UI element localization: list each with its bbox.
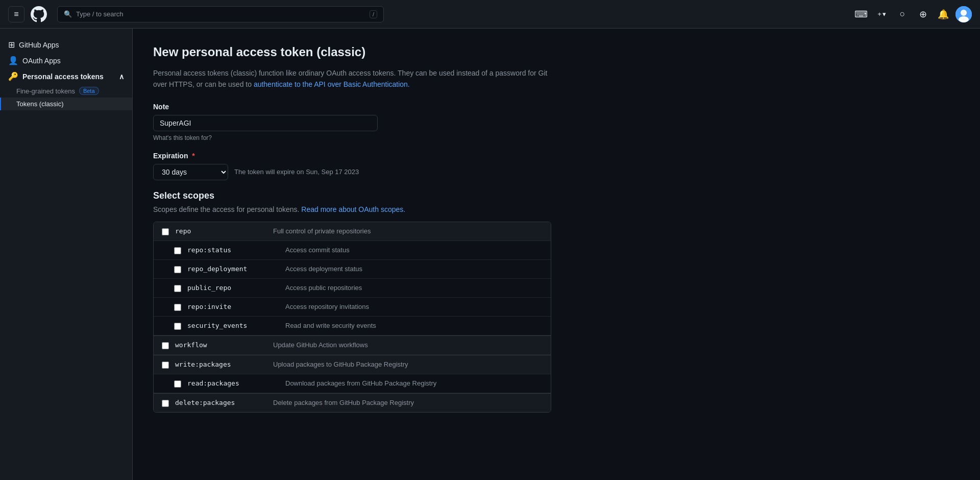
scope-name-public-repo: public_repo [187, 284, 279, 292]
note-group: Note What's this token for? [153, 103, 551, 141]
scope-row-write-packages: write:packages Upload packages to GitHub… [154, 355, 551, 374]
scope-checkbox-security-events[interactable] [174, 323, 181, 330]
apps-icon: ⊞ [8, 40, 15, 50]
notifications-button[interactable]: 🔔 [935, 6, 951, 22]
scope-row-repo-invite: repo:invite Access repository invitation… [154, 298, 551, 317]
scope-name-repo-status: repo:status [187, 246, 279, 254]
oauth-icon: 👤 [8, 56, 18, 65]
page-title: New personal access token (classic) [153, 45, 960, 59]
scope-checkbox-repo-invite[interactable] [174, 304, 181, 311]
sidebar-oauth-apps-label: OAuth Apps [22, 57, 61, 65]
scope-row-repo-status: repo:status Access commit status [154, 241, 551, 260]
scope-checkbox-repo-deployment[interactable] [174, 266, 181, 273]
create-button[interactable]: + ▾ [873, 8, 890, 20]
sidebar-item-github-apps[interactable]: ⊞ GitHub Apps [0, 37, 132, 53]
scope-checkbox-write-packages[interactable] [162, 362, 169, 369]
terminal-button[interactable]: ⌨ [853, 6, 869, 22]
sidebar-item-oauth-apps[interactable]: 👤 OAuth Apps [0, 53, 132, 68]
sidebar-github-apps-label: GitHub Apps [19, 41, 59, 49]
chevron-down-icon: ▾ [883, 10, 886, 18]
scope-checkbox-workflow[interactable] [162, 342, 169, 349]
scope-row-workflow: workflow Update GitHub Action workflows [154, 335, 551, 355]
main-content: New personal access token (classic) Pers… [133, 29, 980, 480]
github-logo [31, 6, 47, 22]
scopes-section: Select scopes Scopes define the access f… [153, 190, 960, 413]
scope-desc-security-events: Read and write security events [285, 322, 543, 329]
beta-badge: Beta [79, 87, 99, 95]
search-icon: 🔍 [64, 10, 72, 18]
note-input[interactable] [153, 115, 378, 131]
chevron-up-icon: ∧ [119, 73, 124, 81]
layout: ⊞ GitHub Apps 👤 OAuth Apps 🔑 Personal ac… [0, 29, 980, 480]
description-link[interactable]: authenticate to the API over Basic Authe… [254, 80, 410, 88]
note-hint: What's this token for? [153, 134, 551, 141]
scopes-title: Select scopes [153, 190, 960, 201]
scope-row-delete-packages: delete:packages Delete packages from Git… [154, 393, 551, 412]
svg-point-2 [959, 16, 969, 22]
scope-row-repo: repo Full control of private repositorie… [154, 222, 551, 241]
scope-desc-write-packages: Upload packages to GitHub Package Regist… [273, 361, 543, 368]
search-kbd: / [370, 10, 377, 18]
topnav-actions: ⌨ + ▾ ○ ⊕ 🔔 [853, 6, 972, 22]
sidebar-fine-grained-tokens[interactable]: Fine-grained tokens Beta [0, 84, 132, 98]
scope-row-repo-deployment: repo_deployment Access deployment status [154, 260, 551, 279]
issues-button[interactable]: ⊕ [915, 6, 931, 22]
scope-row-public-repo: public_repo Access public repositories [154, 279, 551, 298]
sidebar-personal-tokens-header[interactable]: 🔑 Personal access tokens ∧ [0, 68, 132, 84]
scopes-desc: Scopes define the access for personal to… [153, 205, 960, 213]
scope-desc-public-repo: Access public repositories [285, 284, 543, 292]
scope-checkbox-read-packages[interactable] [174, 380, 181, 388]
search-box[interactable]: 🔍 Type / to search / [57, 6, 384, 22]
scopes-link[interactable]: Read more about OAuth scopes. [301, 205, 405, 213]
expiration-row: 7 days 30 days 60 days 90 days Custom...… [153, 164, 551, 180]
copilot-button[interactable]: ○ [894, 6, 911, 22]
scope-name-write-packages: write:packages [175, 361, 267, 368]
scope-name-delete-packages: delete:packages [175, 399, 267, 406]
scope-desc-repo-status: Access commit status [285, 246, 543, 254]
scope-name-workflow: workflow [175, 341, 267, 349]
description: Personal access tokens (classic) functio… [153, 67, 551, 90]
topnav: ≡ 🔍 Type / to search / ⌨ + ▾ ○ ⊕ 🔔 [0, 0, 980, 29]
sidebar-tokens-classic[interactable]: Tokens (classic) [0, 98, 132, 110]
expiry-info: The token will expire on Sun, Sep 17 202… [234, 168, 359, 176]
scope-name-repo-invite: repo:invite [187, 303, 279, 310]
scope-desc-delete-packages: Delete packages from GitHub Package Regi… [273, 399, 543, 406]
scope-desc-read-packages: Download packages from GitHub Package Re… [285, 379, 543, 387]
scope-desc-workflow: Update GitHub Action workflows [273, 341, 543, 349]
hamburger-button[interactable]: ≡ [8, 6, 24, 22]
scope-desc-repo-deployment: Access deployment status [285, 265, 543, 273]
expiration-select[interactable]: 7 days 30 days 60 days 90 days Custom...… [153, 164, 228, 180]
scope-desc-repo-invite: Access repository invitations [285, 303, 543, 310]
scope-name-security-events: security_events [187, 322, 279, 329]
search-placeholder: Type / to search [76, 10, 124, 18]
expiration-group: Expiration * 7 days 30 days 60 days 90 d… [153, 152, 551, 180]
scope-name-read-packages: read:packages [187, 379, 279, 387]
note-label: Note [153, 103, 551, 111]
required-star: * [192, 152, 194, 160]
scope-name-repo-deployment: repo_deployment [187, 265, 279, 273]
scope-checkbox-delete-packages[interactable] [162, 400, 169, 407]
scope-checkbox-repo-status[interactable] [174, 247, 181, 254]
sidebar: ⊞ GitHub Apps 👤 OAuth Apps 🔑 Personal ac… [0, 29, 133, 480]
scope-name-repo: repo [175, 227, 267, 235]
svg-point-1 [961, 10, 967, 16]
avatar[interactable] [955, 6, 972, 22]
scope-checkbox-public-repo[interactable] [174, 285, 181, 292]
scope-desc-repo: Full control of private repositories [273, 227, 543, 235]
tokens-classic-label: Tokens (classic) [16, 100, 63, 108]
plus-icon: + [877, 10, 881, 18]
scope-row-security-events: security_events Read and write security … [154, 317, 551, 335]
scope-row-read-packages: read:packages Download packages from Git… [154, 374, 551, 393]
expiration-label: Expiration * [153, 152, 551, 160]
key-icon: 🔑 [8, 71, 18, 81]
sidebar-personal-tokens-label: Personal access tokens [22, 73, 104, 81]
fine-grained-label: Fine-grained tokens [16, 87, 75, 95]
scope-checkbox-repo[interactable] [162, 228, 169, 235]
scopes-table: repo Full control of private repositorie… [153, 222, 551, 413]
